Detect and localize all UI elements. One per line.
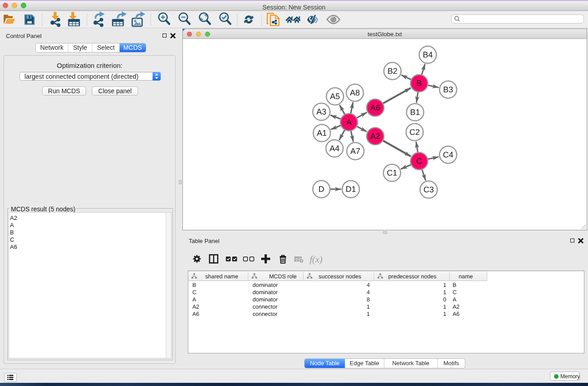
svg-text:predecessor nodes: predecessor nodes bbox=[388, 273, 436, 280]
svg-text:A2: A2 bbox=[192, 304, 199, 310]
svg-text:1: 1 bbox=[367, 304, 370, 310]
svg-text:A: A bbox=[453, 296, 457, 303]
svg-text:name: name bbox=[459, 273, 473, 280]
svg-text:1: 1 bbox=[443, 289, 446, 295]
svg-text:A8: A8 bbox=[350, 88, 360, 97]
svg-text:A7: A7 bbox=[350, 147, 360, 156]
svg-text:B: B bbox=[453, 282, 456, 288]
svg-text:successor nodes: successor nodes bbox=[319, 273, 361, 280]
svg-text:A4: A4 bbox=[330, 144, 339, 153]
svg-text:dominator: dominator bbox=[253, 282, 278, 288]
svg-text:shared name: shared name bbox=[206, 273, 239, 280]
svg-text:0: 0 bbox=[443, 296, 446, 303]
svg-text:C3: C3 bbox=[423, 185, 434, 194]
svg-text:D1: D1 bbox=[345, 185, 356, 194]
svg-text:A6: A6 bbox=[370, 103, 380, 112]
svg-text:A1: A1 bbox=[317, 129, 327, 138]
svg-text:A: A bbox=[192, 296, 196, 303]
svg-text:C2: C2 bbox=[409, 128, 420, 137]
svg-text:connector: connector bbox=[253, 311, 277, 317]
svg-text:A: A bbox=[346, 118, 352, 127]
svg-text:C4: C4 bbox=[443, 150, 453, 159]
svg-text:dominator: dominator bbox=[253, 296, 278, 303]
svg-text:B4: B4 bbox=[423, 50, 433, 59]
svg-text:C: C bbox=[416, 157, 422, 166]
svg-text:C: C bbox=[192, 289, 196, 295]
svg-text:B1: B1 bbox=[410, 108, 420, 117]
svg-text:dominator: dominator bbox=[253, 289, 278, 295]
svg-text:A3: A3 bbox=[316, 107, 326, 116]
svg-text:A6: A6 bbox=[453, 311, 459, 317]
svg-text:connector: connector bbox=[253, 304, 277, 310]
svg-text:1: 1 bbox=[443, 311, 446, 317]
svg-text:B: B bbox=[416, 79, 422, 88]
svg-text:A6: A6 bbox=[192, 311, 199, 317]
svg-text:f(x): f(x) bbox=[310, 255, 323, 265]
svg-text:1: 1 bbox=[443, 282, 446, 288]
svg-text:C1: C1 bbox=[387, 168, 397, 177]
svg-text:4: 4 bbox=[367, 282, 370, 288]
svg-text:C: C bbox=[453, 289, 457, 295]
svg-text:4: 4 bbox=[367, 289, 370, 295]
svg-text:B2: B2 bbox=[387, 67, 397, 76]
svg-text:D: D bbox=[319, 185, 325, 194]
svg-text:1: 1 bbox=[367, 311, 370, 317]
svg-text:B3: B3 bbox=[443, 85, 453, 94]
svg-text:A5: A5 bbox=[330, 92, 340, 101]
svg-text:A2: A2 bbox=[453, 304, 459, 310]
svg-text:MCDS role: MCDS role bbox=[269, 273, 296, 280]
svg-text:1: 1 bbox=[443, 304, 446, 310]
svg-text:B: B bbox=[192, 282, 196, 288]
svg-text:A2: A2 bbox=[370, 132, 380, 141]
svg-text:8: 8 bbox=[367, 296, 370, 303]
